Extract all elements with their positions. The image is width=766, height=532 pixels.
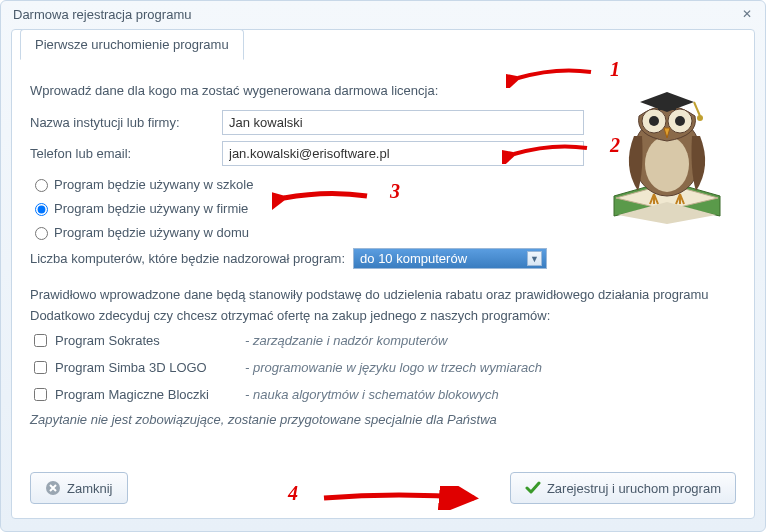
info-line1: Prawidłowo wprowadzone dane będą stanowi… [30,287,736,302]
prog-desc-2: - nauka algorytmów i schematów blokowych [245,387,499,402]
client-area: Pierwsze uruchomienie programu [11,29,755,519]
svg-rect-6 [658,100,676,110]
radio-home-label: Program będzie używany w domu [54,225,249,240]
svg-point-1 [645,136,689,192]
owl-illustration [604,76,730,226]
prog-name-2: Program Magiczne Bloczki [55,387,245,402]
radio-school-input[interactable] [35,179,48,192]
window-title: Darmowa rejestracja programu [13,7,191,22]
close-icon[interactable]: ✕ [739,7,755,23]
svg-line-7 [694,102,700,116]
radio-home[interactable]: Program będzie używany w domu [30,224,736,240]
radio-home-input[interactable] [35,227,48,240]
name-input[interactable] [222,110,584,135]
register-button[interactable]: Zarejestruj i uruchom program [510,472,736,504]
check-simba[interactable]: Program Simba 3D LOGO - programowanie w … [30,358,736,377]
close-button[interactable]: Zamknij [30,472,128,504]
register-button-label: Zarejestruj i uruchom program [547,481,721,496]
check-simba-input[interactable] [34,361,47,374]
prog-desc-1: - programowanie w języku logo w trzech w… [245,360,542,375]
info-line2: Dodatkowo zdecyduj czy chcesz otrzymać o… [30,308,736,323]
prog-desc-0: - zarządzanie i nadzór komputerów [245,333,447,348]
radio-company-input[interactable] [35,203,48,216]
check-bloczki-input[interactable] [34,388,47,401]
check-icon [525,480,541,496]
contact-input[interactable] [222,141,584,166]
close-circle-icon [45,480,61,496]
disclaimer-text: Zapytanie nie jest zobowiązujące, zostan… [30,412,736,427]
titlebar: Darmowa rejestracja programu ✕ [1,1,765,29]
close-button-label: Zamknij [67,481,113,496]
contact-label: Telefon lub email: [30,146,222,161]
name-label: Nazwa instytucji lub firmy: [30,115,222,130]
registration-window: Darmowa rejestracja programu ✕ Pierwsze … [0,0,766,532]
computers-label: Liczba komputerów, które będzie nadzorow… [30,251,345,266]
svg-point-5 [675,116,685,126]
svg-point-8 [697,115,703,121]
prog-name-1: Program Simba 3D LOGO [55,360,245,375]
check-sokrates-input[interactable] [34,334,47,347]
computers-value: do 10 komputerów [360,251,467,266]
computers-dropdown[interactable]: do 10 komputerów ▼ [353,248,547,269]
radio-company-label: Program będzie używany w firmie [54,201,248,216]
tab-first-run[interactable]: Pierwsze uruchomienie programu [20,29,244,60]
chevron-down-icon: ▼ [527,251,542,266]
prog-name-0: Program Sokrates [55,333,245,348]
radio-school-label: Program będzie używany w szkole [54,177,253,192]
check-sokrates[interactable]: Program Sokrates - zarządzanie i nadzór … [30,331,736,350]
check-bloczki[interactable]: Program Magiczne Bloczki - nauka algoryt… [30,385,736,404]
svg-point-4 [649,116,659,126]
tab-label: Pierwsze uruchomienie programu [35,37,229,52]
